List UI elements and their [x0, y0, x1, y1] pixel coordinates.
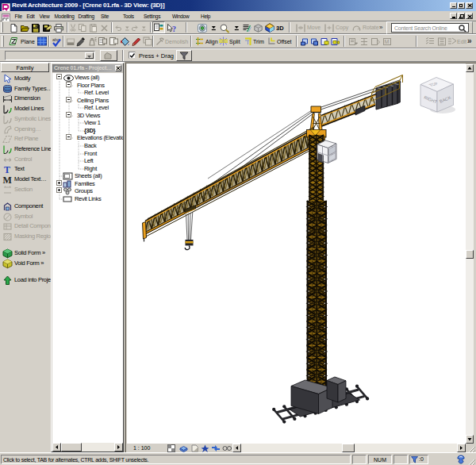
svg-text:M: M: [385, 39, 390, 44]
svg-text:T: T: [4, 164, 10, 175]
svg-text:M: M: [3, 175, 12, 185]
svg-text:?: ?: [172, 25, 176, 33]
